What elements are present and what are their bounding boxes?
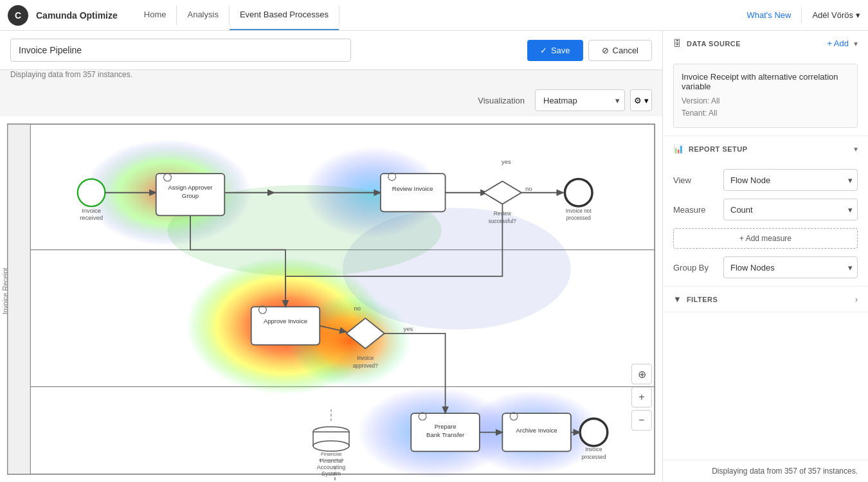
measure-label: Measure: [673, 205, 718, 215]
svg-text:approved?: approved?: [353, 363, 378, 369]
filter-icon: ▼: [673, 294, 682, 304]
data-source-version: Version: All: [682, 95, 849, 107]
data-source-content: Invoice Receipt with alternative correla…: [663, 56, 868, 136]
sidebar: 🗄 DATA SOURCE + Add ▾ Invoice Receipt wi…: [662, 31, 868, 482]
svg-text:yes: yes: [403, 325, 413, 332]
data-source-header[interactable]: 🗄 DATA SOURCE + Add ▾: [663, 31, 868, 56]
zoom-out-button[interactable]: −: [631, 410, 652, 431]
svg-rect-7: [8, 124, 31, 474]
svg-rect-35: [251, 307, 320, 344]
cancel-icon: ⊘: [602, 46, 609, 55]
svg-text:Archive Invoice: Archive Invoice: [516, 427, 557, 434]
cancel-button[interactable]: ⊘ Cancel: [588, 40, 652, 61]
header-right: What's New Adél Vörös ▾: [746, 8, 860, 23]
filters-expand-icon: ›: [855, 294, 858, 304]
report-setup-content: View Flow Node Process Instance Measure …: [663, 161, 868, 286]
report-title-input[interactable]: [10, 39, 351, 62]
report-setup-header[interactable]: 📊 REPORT SETUP ▾: [663, 136, 868, 161]
financial-system-icon: Financial Accounting: [305, 409, 357, 461]
report-setup-title: REPORT SETUP: [689, 145, 849, 153]
data-source-chevron: ▾: [854, 39, 858, 48]
view-select[interactable]: Flow Node Process Instance: [723, 169, 858, 191]
svg-text:Invoice: Invoice: [585, 447, 602, 452]
svg-point-32: [565, 179, 592, 206]
svg-rect-24: [381, 174, 446, 211]
zoom-in-button[interactable]: +: [631, 387, 652, 407]
svg-text:Invoice: Invoice: [357, 355, 374, 361]
nav-analysis[interactable]: Analysis: [177, 0, 228, 30]
filters-title: FILTERS: [687, 296, 850, 303]
chart-icon: 📊: [673, 144, 683, 154]
viz-settings-button[interactable]: ⚙ ▾: [630, 89, 652, 111]
report-setup-chevron: ▾: [854, 145, 858, 154]
svg-text:received: received: [80, 214, 103, 221]
database-icon: 🗄: [673, 39, 682, 48]
filters-header[interactable]: ▼ FILTERS ›: [663, 287, 868, 312]
chevron-down-icon: ▾: [644, 96, 649, 105]
svg-text:Assign Approver: Assign Approver: [168, 184, 213, 191]
svg-text:Invoice not: Invoice not: [566, 208, 592, 214]
instances-count-text: Displaying data from 357 instances.: [0, 70, 662, 84]
sidebar-footer: Displaying data from 357 of 357 instance…: [663, 460, 868, 482]
view-row: View Flow Node Process Instance: [673, 169, 858, 191]
filters-section: ▼ FILTERS ›: [663, 287, 868, 312]
app-name: Camunda Optimize: [36, 10, 118, 21]
group-by-row: Group By Flow Nodes None: [673, 256, 858, 278]
group-by-select-wrapper: Flow Nodes None: [723, 256, 858, 278]
report-toolbar: ✓ Save ⊘ Cancel: [0, 31, 662, 70]
viz-type-select[interactable]: Heatmap Bar Chart Table Number: [535, 89, 625, 111]
svg-text:processed: processed: [581, 454, 606, 460]
data-source-tenant: Tenant: All: [682, 107, 849, 120]
group-by-select[interactable]: Flow Nodes None: [723, 256, 858, 278]
map-controls: ⊕ + −: [631, 364, 652, 431]
nav-home[interactable]: Home: [134, 0, 177, 30]
sidebar-instances-text: Displaying data from 357 of 357 instance…: [712, 467, 858, 476]
svg-text:Approve Invoice: Approve Invoice: [264, 317, 307, 325]
main-content: ✓ Save ⊘ Cancel Displaying data from 357…: [0, 31, 868, 482]
diagram-container: Team Assistant Approver Accountant Invoi…: [0, 116, 662, 482]
svg-text:processed: processed: [566, 215, 592, 221]
measure-row: Measure Count Duration: [673, 199, 858, 220]
svg-text:Bank Transfer: Bank Transfer: [426, 431, 464, 438]
svg-text:Review Invoice: Review Invoice: [392, 185, 433, 192]
data-source-card: Invoice Receipt with alternative correla…: [673, 64, 858, 128]
gear-icon: ⚙: [634, 96, 642, 105]
toolbar-buttons: ✓ Save ⊘ Cancel: [527, 40, 652, 61]
svg-text:no: no: [354, 305, 361, 312]
data-source-section: 🗄 DATA SOURCE + Add ▾ Invoice Receipt wi…: [663, 31, 868, 136]
svg-text:Group: Group: [182, 192, 199, 199]
save-button[interactable]: ✓ Save: [527, 40, 583, 61]
svg-text:yes: yes: [502, 158, 511, 165]
measure-select-wrapper: Count Duration: [723, 199, 858, 220]
svg-point-16: [78, 179, 105, 206]
group-by-label: Group By: [673, 263, 718, 272]
report-setup-section: 📊 REPORT SETUP ▾ View Flow Node Process …: [663, 136, 868, 287]
viz-select-wrapper: Heatmap Bar Chart Table Number: [535, 89, 625, 111]
view-select-wrapper: Flow Node Process Instance: [723, 169, 858, 191]
svg-text:Financial: Financial: [321, 451, 341, 457]
user-menu-chevron: ▾: [856, 10, 860, 20]
user-name: Adél Vörös: [812, 10, 853, 20]
svg-point-57: [313, 441, 349, 451]
svg-text:Prepare: Prepare: [435, 423, 457, 430]
header: C Camunda Optimize Home Analysis Event B…: [0, 0, 868, 31]
whats-new-link[interactable]: What's New: [746, 10, 791, 20]
view-label: View: [673, 175, 718, 185]
app-logo: C: [8, 5, 28, 26]
svg-point-50: [580, 418, 608, 446]
cancel-label: Cancel: [613, 46, 638, 55]
nav-event-based[interactable]: Event Based Processes: [230, 0, 339, 30]
data-source-name: Invoice Receipt with alternative correla…: [682, 72, 849, 91]
user-menu[interactable]: Adél Vörös ▾: [812, 10, 860, 20]
add-measure-button[interactable]: + Add measure: [673, 228, 858, 249]
svg-text:no: no: [525, 185, 532, 192]
data-source-title: DATA SOURCE: [687, 40, 822, 48]
svg-text:Invoice: Invoice: [82, 207, 101, 214]
add-datasource-button[interactable]: + Add: [827, 39, 849, 48]
save-label: Save: [551, 46, 570, 55]
check-icon: ✓: [540, 46, 547, 55]
main-nav: Home Analysis Event Based Processes: [134, 0, 339, 30]
measure-select[interactable]: Count Duration: [723, 199, 858, 220]
center-map-button[interactable]: ⊕: [631, 364, 652, 384]
viz-toolbar: Visualization Heatmap Bar Chart Table Nu…: [0, 84, 662, 116]
